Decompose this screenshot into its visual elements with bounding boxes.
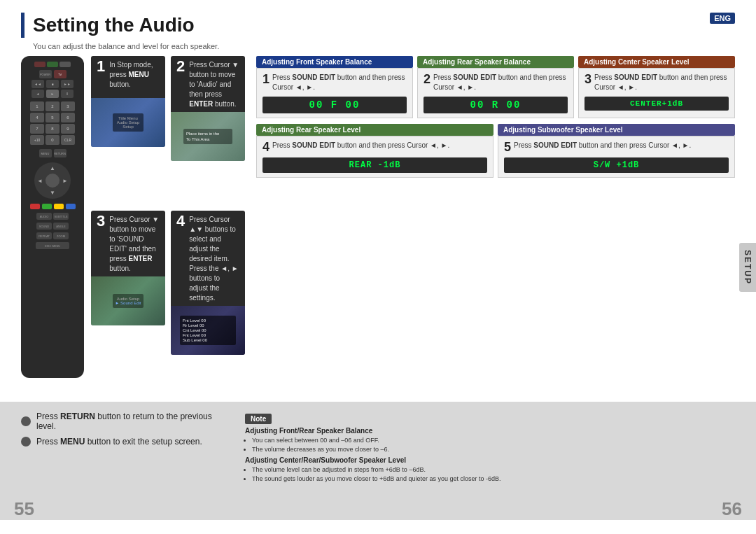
page-title: Setting the Audio (33, 14, 195, 36)
page-right: 56 (722, 498, 742, 520)
return-text: Press RETURN button to return to the pre… (36, 412, 231, 431)
note-title-1: Adjusting Front/Rear Speaker Balance (245, 427, 735, 435)
instruction-step-3: 3 Press Cursor ▼ button to move to 'SOUN… (91, 211, 165, 399)
step-number-4: 4 (176, 213, 185, 229)
step-image-1: Title Menu Audio Setup Setup (91, 98, 165, 147)
center-level-content: 3 Press SOUND EDIT button and then press… (578, 68, 735, 118)
step-text-2: Press Cursor ▼ button to move to 'Audio'… (189, 59, 239, 109)
step-text-3: Press Cursor ▼ button to move to 'SOUND … (109, 213, 160, 274)
instructions-grid: 1 In Stop mode, press MENU button. Title… (91, 56, 245, 399)
center-display: CENTER+1dB (584, 97, 729, 111)
step-text-4: Press Cursor ▲▼ buttons to select and ad… (189, 213, 239, 303)
eng-badge: ENG (710, 13, 735, 24)
page-subtitle: You can adjust the balance and level for… (0, 41, 756, 56)
menu-text: Press MENU button to exit the setup scre… (36, 437, 202, 447)
adj-rear-balance: Adjusting Rear Speaker Balance 2 Press S… (417, 56, 574, 118)
front-display: 00 F 00 (262, 97, 407, 113)
front-balance-header: Adjusting Front Speaker Balance (256, 56, 413, 68)
center-level-header: Adjusting Center Speaker Level (578, 56, 735, 68)
note-bullets-1: You can select between 00 and –06 and OF… (245, 436, 735, 454)
return-instruction: Press RETURN button to return to the pre… (21, 412, 231, 431)
setup-badge: SETUP (739, 242, 756, 291)
page-numbers: 55 56 (0, 496, 756, 520)
note-bullet-1-0: You can select between 00 and –06 and OF… (252, 436, 735, 445)
rear-level-header: Adjusting Rear Speaker Level (256, 124, 493, 136)
step-image-3: Audio Setup ► Sound Edit (91, 276, 165, 325)
adj-rear-level: Adjusting Rear Speaker Level 4 Press SOU… (256, 124, 493, 178)
remote-control: POWER TV ◄◄ ■ ►► ◄ ► II 123 456 789 +100… (21, 56, 84, 378)
bottom-left: Press RETURN button to return to the pre… (21, 412, 231, 452)
step-image-2: Place items in the To This Area (171, 112, 245, 161)
instruction-step-2: 2 Press Cursor ▼ button to move to 'Audi… (171, 56, 245, 205)
step-number-1: 1 (97, 59, 105, 74)
rear-balance-display: 00 R 00 (424, 97, 568, 113)
sub-step-text: Press SOUND EDIT button and then press C… (504, 141, 729, 150)
adjustments-panel: Adjusting Front Speaker Balance 1 Press … (256, 56, 735, 399)
note-bullet-2-0: The volume level can be adjusted in step… (252, 465, 735, 475)
rear-lev-step-text: Press SOUND EDIT button and then press C… (262, 141, 487, 150)
bottom-area: Press RETURN button to return to the pre… (0, 402, 756, 496)
front-balance-content: 1 Press SOUND EDIT button and then press… (256, 68, 413, 118)
step-number-2: 2 (176, 59, 185, 74)
rear-level-display: REAR -1dB (262, 157, 487, 173)
adj-sub-level: Adjusting Subwoofer Speaker Level 5 Pres… (498, 124, 735, 178)
title-accent (21, 13, 24, 38)
rear-balance-content: 2 Press SOUND EDIT button and then press… (417, 68, 574, 118)
step-number-3: 3 (97, 213, 105, 229)
bullet-menu (21, 437, 31, 447)
nav-ring: ▲ ▼ ◄ ► (34, 162, 71, 199)
adj-center-level: Adjusting Center Speaker Level 3 Press S… (578, 56, 735, 118)
menu-instruction: Press MENU button to exit the setup scre… (21, 437, 231, 447)
step-image-4: Fnt Level 00 Rr Level 00 Cnt Level 00 Fn… (171, 306, 245, 355)
note-bullets-2: The volume level can be adjusted in step… (245, 465, 735, 483)
note-bullet-1-1: The volume decreases as you move closer … (252, 445, 735, 454)
rear-balance-header: Adjusting Rear Speaker Balance (417, 56, 574, 68)
sub-step-num: 5 (504, 141, 511, 153)
note-title-2: Adjusting Center/Rear/Subwoofer Speaker … (245, 456, 735, 464)
sub-level-header: Adjusting Subwoofer Speaker Level (498, 124, 735, 136)
page-left: 55 (14, 498, 34, 520)
rear-bal-step-text: Press SOUND EDIT button and then press C… (424, 73, 568, 92)
sub-level-content: 5 Press SOUND EDIT button and then press… (498, 136, 735, 178)
note-bullet-2-1: The sound gets louder as you move closer… (252, 475, 735, 484)
bullet-return (21, 416, 31, 426)
front-step-text: Press SOUND EDIT button and then press C… (262, 73, 407, 92)
bottom-right: Note Adjusting Front/Rear Speaker Balanc… (245, 412, 735, 486)
rear-lev-step-num: 4 (262, 141, 270, 153)
instruction-step-1: 1 In Stop mode, press MENU button. Title… (91, 56, 165, 205)
adj-front-balance: Adjusting Front Speaker Balance 1 Press … (256, 56, 413, 118)
sub-display: S/W +1dB (504, 157, 729, 173)
note-label: Note (245, 414, 272, 424)
rear-bal-step-num: 2 (424, 73, 430, 85)
step-text-1: In Stop mode, press MENU button. (109, 59, 160, 90)
front-step-num: 1 (262, 73, 270, 85)
rear-level-content: 4 Press SOUND EDIT button and then press… (256, 136, 493, 178)
center-step-text: Press SOUND EDIT button and then press C… (584, 73, 729, 92)
center-step-num: 3 (584, 73, 592, 85)
instruction-step-4: 4 Press Cursor ▲▼ buttons to select and … (171, 211, 245, 399)
